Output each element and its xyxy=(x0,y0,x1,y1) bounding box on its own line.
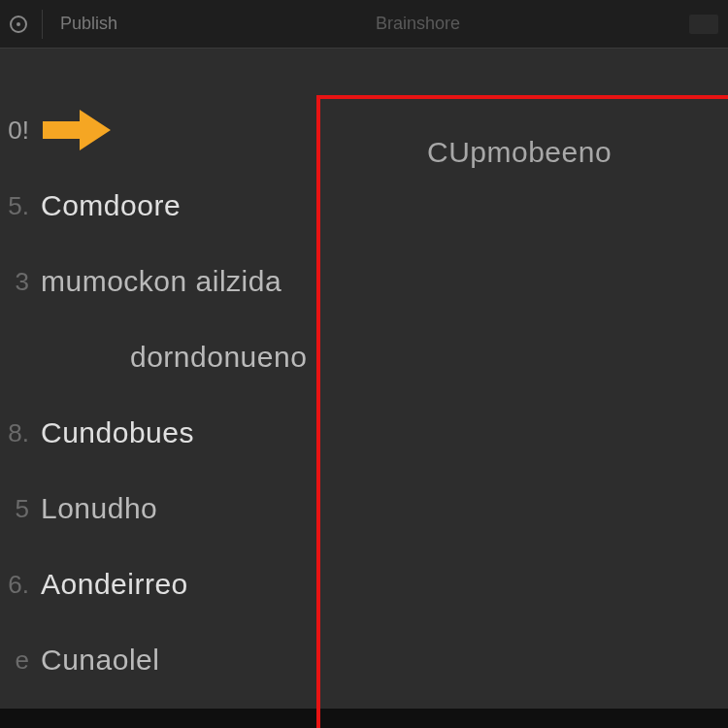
toolbar-divider xyxy=(42,10,43,39)
arrow-right-icon xyxy=(41,108,115,152)
toolbar-title-area: Brainshore xyxy=(147,14,689,34)
menu-item-publish[interactable]: Publish xyxy=(60,14,117,34)
line-marker: 5. xyxy=(0,191,29,221)
top-toolbar: Publish Brainshore xyxy=(0,0,728,49)
list-item-label: Cundobues xyxy=(41,416,194,449)
line-marker: e xyxy=(0,645,29,676)
toolbar-right-control[interactable] xyxy=(689,15,718,34)
line-marker: 3 xyxy=(0,267,29,297)
ruler-vertical xyxy=(316,97,320,728)
status-bar xyxy=(0,709,728,728)
list-item-label: Aondeirreo xyxy=(41,568,188,601)
list-item-label: mumockon ailzida xyxy=(41,265,281,298)
list-item-label: Comdoore xyxy=(41,189,181,222)
list-item[interactable]: 5 Lonudho xyxy=(0,485,728,532)
line-marker: 8. xyxy=(0,418,29,448)
list-item-label: Lonudho xyxy=(41,492,157,525)
list-item[interactable]: 3 mumockon ailzida xyxy=(0,258,728,305)
list-item-current[interactable]: 0! xyxy=(0,107,728,153)
outline-list: 0! 5. Comdoore 3 mumockon ailzida dorndo… xyxy=(0,107,728,683)
list-item-label: dorndonueno xyxy=(130,341,307,374)
line-marker: 0! xyxy=(0,116,29,146)
line-marker: 5 xyxy=(0,494,29,524)
column-heading: CUpmobeeno xyxy=(427,136,612,169)
toolbar-title: Brainshore xyxy=(376,14,460,34)
list-item-continuation[interactable]: dorndonueno xyxy=(0,334,728,381)
current-line-indicator xyxy=(41,107,126,153)
app-icon[interactable] xyxy=(10,16,27,33)
ruler-horizontal xyxy=(316,95,728,99)
list-item[interactable]: e Cunaolel xyxy=(0,637,728,683)
list-item[interactable]: 8. Cundobues xyxy=(0,410,728,456)
list-item[interactable]: 6. Aondeirreo xyxy=(0,561,728,608)
editor-content: CUpmobeeno 0! 5. Comdoore 3 mumockon ail… xyxy=(0,49,728,728)
line-marker: 6. xyxy=(0,570,29,600)
list-item-label: Cunaolel xyxy=(41,644,159,677)
list-item[interactable]: 5. Comdoore xyxy=(0,182,728,229)
